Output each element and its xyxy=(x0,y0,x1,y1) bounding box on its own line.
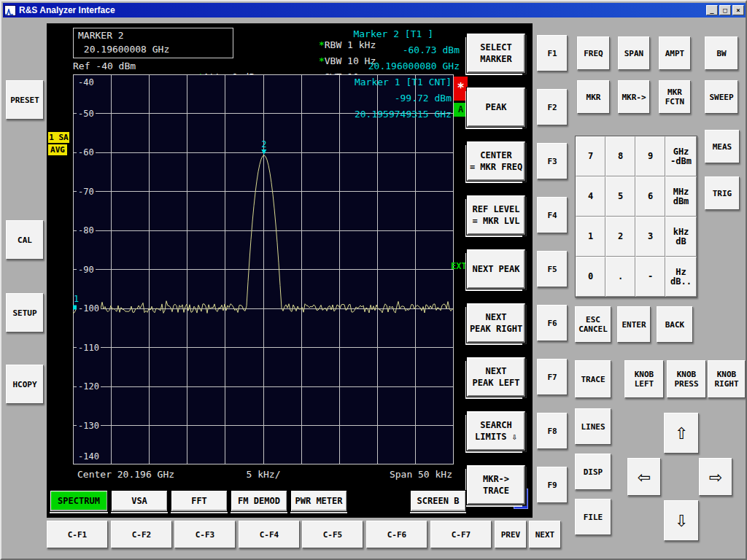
key-freq[interactable]: FREQ xyxy=(577,36,610,70)
numpad-key-mhz-dbm[interactable]: MHz dBm xyxy=(665,176,697,217)
key-prev[interactable]: PREV xyxy=(495,521,527,548)
marker-2-symbol xyxy=(261,149,266,155)
average-badge: AVG xyxy=(48,144,67,155)
ref-level-label: Ref -40 dBm xyxy=(73,61,136,71)
arrow-right-key[interactable]: ⇨ xyxy=(699,458,732,496)
numpad-key-0[interactable]: 0 xyxy=(576,257,605,297)
key-c-f1[interactable]: C-F1 xyxy=(47,521,108,548)
tab-pwr-meter[interactable]: PWR METER xyxy=(290,490,347,512)
key-file[interactable]: FILE xyxy=(575,499,611,535)
key-c-f3[interactable]: C-F3 xyxy=(174,521,236,548)
key-esc-cancel[interactable]: ESC CANCEL xyxy=(575,306,611,343)
key-sweep[interactable]: SWEEP xyxy=(705,80,738,114)
left-key-preset[interactable]: PRESET xyxy=(6,80,44,120)
tab-fft[interactable]: FFT xyxy=(171,490,228,512)
numpad-key-hz-db[interactable]: Hz dB.. xyxy=(665,257,697,297)
key-ampt[interactable]: AMPT xyxy=(659,36,691,70)
key-knob-right[interactable]: KNOB RIGHT xyxy=(708,360,746,398)
fkey-f9[interactable]: F9 xyxy=(537,467,568,503)
fkey-f1[interactable]: F1 xyxy=(537,35,568,71)
ext-ref-label: EXT xyxy=(451,261,467,271)
numpad-key-1[interactable]: 1 xyxy=(576,217,605,257)
window-controls: _ □ × xyxy=(705,5,744,15)
left-key-cal[interactable]: CAL xyxy=(6,220,44,260)
tab-screen-b[interactable]: SCREEN B xyxy=(410,490,466,512)
key-disp[interactable]: DISP xyxy=(575,454,611,490)
key-trig[interactable]: TRIG xyxy=(705,176,740,210)
numpad-key-khz-db[interactable]: kHz dB xyxy=(665,217,697,257)
numpad-key-5[interactable]: 5 xyxy=(605,176,635,217)
key-trace[interactable]: TRACE xyxy=(575,360,611,398)
numpad-key-3[interactable]: 3 xyxy=(635,217,665,257)
fkey-f3[interactable]: F3 xyxy=(537,143,568,179)
softkey-line: PEAK RIGHT xyxy=(470,323,522,335)
key-enter[interactable]: ENTER xyxy=(617,306,651,343)
left-key-hcopy[interactable]: HCOPY xyxy=(6,365,44,404)
marker2-title: Marker 2 [T1 ] xyxy=(279,28,433,39)
left-key-setup[interactable]: SETUP xyxy=(6,293,44,332)
tab-spectrum[interactable]: SPECTRUM xyxy=(50,490,108,512)
key-span[interactable]: SPAN xyxy=(618,36,650,70)
plot-grid xyxy=(73,74,454,464)
softkey-mkr-trace[interactable]: MKR-> TRACE xyxy=(467,465,525,505)
fkey-f4[interactable]: F4 xyxy=(537,197,568,233)
numpad-key-6[interactable]: 6 xyxy=(635,176,665,217)
arrow-up-key[interactable]: ⇧ xyxy=(664,413,699,454)
key-back[interactable]: BACK xyxy=(657,306,693,343)
key-meas[interactable]: MEAS xyxy=(705,130,740,163)
key-knob-press[interactable]: KNOB PRESS xyxy=(667,360,706,398)
numpad-key-8[interactable]: 8 xyxy=(605,136,635,176)
scale-per-div-label: 5 kHz/ xyxy=(220,469,307,480)
numpad-key-7[interactable]: 7 xyxy=(576,136,605,176)
key-lines[interactable]: LINES xyxy=(575,408,611,445)
numpad-key-4[interactable]: 4 xyxy=(576,176,605,217)
arrow-down-key[interactable]: ⇩ xyxy=(664,500,699,541)
softkey-line: = MKR FREQ xyxy=(470,161,522,173)
numpad-key-dot[interactable]: . xyxy=(605,257,635,297)
key-mkr[interactable]: MKR xyxy=(577,80,610,114)
arrow-left-key[interactable]: ⇦ xyxy=(627,458,661,496)
key-mkr-fctn[interactable]: MKR FCTN xyxy=(659,80,691,114)
minimize-button[interactable]: _ xyxy=(706,5,718,15)
key-bw[interactable]: BW xyxy=(705,36,738,70)
numpad-key-ghz-dbm[interactable]: GHz -dBm xyxy=(665,136,697,176)
fkey-f7[interactable]: F7 xyxy=(537,359,568,395)
key-c-f4[interactable]: C-F4 xyxy=(239,521,300,548)
key-next[interactable]: NEXT xyxy=(529,521,561,548)
tab-fm-demod[interactable]: FM DEMOD xyxy=(231,490,287,512)
fkey-f6[interactable]: F6 xyxy=(537,305,568,341)
key-c-f7[interactable]: C-F7 xyxy=(430,521,492,548)
key-c-f6[interactable]: C-F6 xyxy=(366,521,427,548)
fkey-f8[interactable]: F8 xyxy=(537,413,568,449)
marker2-freq: 20.196000080 GHz xyxy=(279,61,460,71)
key-knob-left[interactable]: KNOB LEFT xyxy=(624,360,664,398)
span-label: Span 50 kHz xyxy=(337,469,452,480)
numeric-keypad: 789GHz -dBm456MHz dBm123kHz dB0.-Hz dB.. xyxy=(575,136,697,298)
key-mkr-to[interactable]: MKR-> xyxy=(618,80,650,114)
softkey-ref-level-mkr-lvl[interactable]: REF LEVEL= MKR LVL xyxy=(467,195,525,235)
maximize-button[interactable]: □ xyxy=(719,5,731,15)
close-button[interactable]: × xyxy=(732,5,744,15)
y-tick-label: -110 xyxy=(77,343,101,353)
marker-box-title: MARKER 2 xyxy=(78,30,124,41)
softkey-line: MARKER xyxy=(480,53,511,65)
softkey-next-peak[interactable]: NEXT PEAK xyxy=(467,249,525,289)
tab-vsa[interactable]: VSA xyxy=(111,490,168,512)
softkey-next-peak-left[interactable]: NEXTPEAK LEFT xyxy=(467,357,525,397)
softkey-peak[interactable]: PEAK xyxy=(467,88,525,127)
softkey-line: PEAK xyxy=(486,101,507,113)
softkey-center-mkr-freq[interactable]: CENTER= MKR FREQ xyxy=(467,141,525,181)
softkey-line: CENTER xyxy=(480,149,511,161)
numpad-key-2[interactable]: 2 xyxy=(605,217,635,257)
softkey-line: REF LEVEL xyxy=(472,203,519,215)
key-c-f5[interactable]: C-F5 xyxy=(302,521,363,548)
numpad-key-minus[interactable]: - xyxy=(635,257,665,297)
numpad-key-9[interactable]: 9 xyxy=(635,136,665,176)
key-c-f2[interactable]: C-F2 xyxy=(111,521,172,548)
fkey-f5[interactable]: F5 xyxy=(537,251,568,287)
softkey-search-limits[interactable]: SEARCHLIMITS ⇩ xyxy=(467,411,525,451)
softkey-next-peak-right[interactable]: NEXTPEAK RIGHT xyxy=(467,303,525,343)
window-title-bar[interactable]: R&S Analyzer Interface _ □ × xyxy=(3,3,746,18)
softkey-select-marker[interactable]: SELECTMARKER xyxy=(467,34,525,73)
fkey-f2[interactable]: F2 xyxy=(537,89,568,125)
